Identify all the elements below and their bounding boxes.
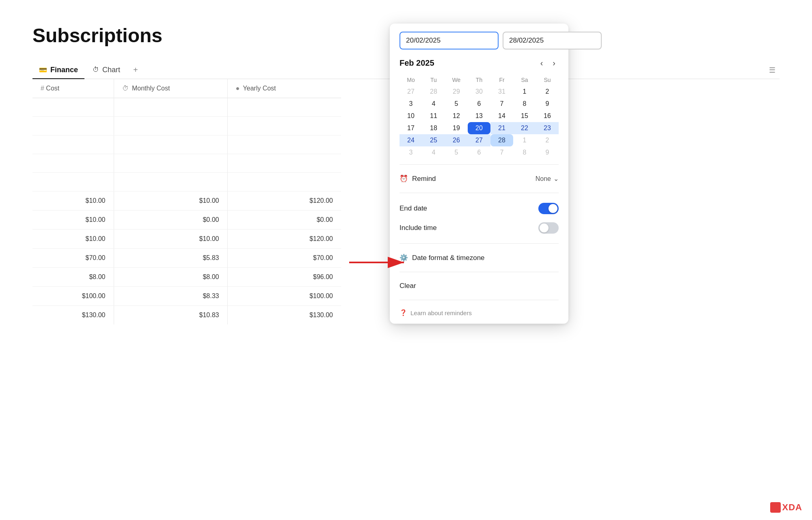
cell-monthly-7[interactable]: $10.00 — [114, 230, 227, 249]
cell-monthly-11[interactable]: $10.83 — [114, 306, 227, 325]
cell-yearly-9[interactable]: $96.00 — [227, 268, 341, 287]
cell-monthly-3[interactable] — [114, 154, 227, 173]
cell-cost-0[interactable] — [32, 98, 114, 117]
cal-day-4-3[interactable]: 27 — [468, 134, 490, 146]
prev-month-button[interactable]: ‹ — [537, 57, 546, 69]
cal-day-1-0[interactable]: 3 — [400, 98, 422, 110]
cal-day-1-5[interactable]: 8 — [513, 98, 536, 110]
cell-yearly-0[interactable] — [227, 98, 341, 117]
add-tab-button[interactable]: + — [128, 61, 143, 79]
cell-cost-8[interactable]: $70.00 — [32, 249, 114, 268]
cal-day-0-3[interactable]: 30 — [468, 86, 490, 98]
cal-day-5-5[interactable]: 8 — [513, 146, 536, 159]
cell-cost-2[interactable] — [32, 135, 114, 154]
learn-reminders-link[interactable]: ❓ Learn about reminders — [400, 306, 559, 317]
filter-icon[interactable]: ☰ — [765, 62, 780, 79]
cal-day-1-6[interactable]: 9 — [536, 98, 559, 110]
date-format-label: Date format & timezone — [412, 254, 485, 262]
cal-day-3-3[interactable]: 20 — [468, 122, 490, 134]
cell-cost-3[interactable] — [32, 154, 114, 173]
cal-day-2-6[interactable]: 16 — [536, 110, 559, 122]
cal-day-2-4[interactable]: 14 — [490, 110, 513, 122]
cal-day-0-2[interactable]: 29 — [445, 86, 468, 98]
cal-day-3-1[interactable]: 18 — [422, 122, 445, 134]
cal-day-2-3[interactable]: 13 — [468, 110, 490, 122]
cell-monthly-10[interactable]: $8.33 — [114, 287, 227, 306]
clear-button[interactable]: Clear — [400, 278, 559, 294]
include-time-toggle[interactable] — [538, 222, 559, 234]
alarm-icon: ⏰ — [400, 174, 408, 183]
cal-day-3-6[interactable]: 23 — [536, 122, 559, 134]
cell-cost-11[interactable]: $130.00 — [32, 306, 114, 325]
cell-yearly-4[interactable] — [227, 173, 341, 191]
cal-day-5-1[interactable]: 4 — [422, 146, 445, 159]
cal-day-2-2[interactable]: 12 — [445, 110, 468, 122]
cell-yearly-11[interactable]: $130.00 — [227, 306, 341, 325]
cal-day-3-0[interactable]: 17 — [400, 122, 422, 134]
cell-cost-10[interactable]: $100.00 — [32, 287, 114, 306]
cal-day-4-2[interactable]: 26 — [445, 134, 468, 146]
cell-cost-6[interactable]: $10.00 — [32, 211, 114, 230]
cal-day-5-0[interactable]: 3 — [400, 146, 422, 159]
cell-yearly-1[interactable] — [227, 117, 341, 135]
cell-monthly-0[interactable] — [114, 98, 227, 117]
cal-day-1-4[interactable]: 7 — [490, 98, 513, 110]
cal-day-0-1[interactable]: 28 — [422, 86, 445, 98]
tab-finance[interactable]: 💳 Finance — [32, 62, 84, 79]
cell-yearly-7[interactable]: $120.00 — [227, 230, 341, 249]
cal-day-5-2[interactable]: 5 — [445, 146, 468, 159]
cell-yearly-10[interactable]: $100.00 — [227, 287, 341, 306]
cal-day-2-1[interactable]: 11 — [422, 110, 445, 122]
chevron-down-icon: ⌄ — [553, 175, 559, 183]
cell-yearly-6[interactable]: $0.00 — [227, 211, 341, 230]
cal-day-5-4[interactable]: 7 — [490, 146, 513, 159]
question-icon: ❓ — [400, 309, 407, 316]
cal-day-3-4[interactable]: 21 — [490, 122, 513, 134]
cal-day-5-6[interactable]: 9 — [536, 146, 559, 159]
cell-monthly-2[interactable] — [114, 135, 227, 154]
cell-cost-7[interactable]: $10.00 — [32, 230, 114, 249]
cell-monthly-4[interactable] — [114, 173, 227, 191]
cal-day-5-3[interactable]: 6 — [468, 146, 490, 159]
cal-day-4-5[interactable]: 1 — [513, 134, 536, 146]
tab-finance-label: Finance — [50, 66, 78, 74]
cal-day-2-5[interactable]: 15 — [513, 110, 536, 122]
cell-cost-1[interactable] — [32, 117, 114, 135]
cal-day-0-0[interactable]: 27 — [400, 86, 422, 98]
cell-monthly-6[interactable]: $0.00 — [114, 211, 227, 230]
end-date-row: End date — [400, 199, 559, 218]
cal-day-4-4[interactable]: 28 — [490, 134, 513, 146]
date-format-row[interactable]: ⚙️ Date format & timezone — [400, 249, 559, 266]
start-date-input[interactable] — [400, 32, 499, 49]
next-month-button[interactable]: › — [549, 57, 559, 69]
tab-chart[interactable]: ⏱ Chart — [86, 62, 127, 79]
cal-day-4-6[interactable]: 2 — [536, 134, 559, 146]
chart-icon: ⏱ — [93, 66, 99, 73]
cell-cost-4[interactable] — [32, 173, 114, 191]
cell-monthly-5[interactable]: $10.00 — [114, 191, 227, 211]
cell-yearly-5[interactable]: $120.00 — [227, 191, 341, 211]
cal-day-3-2[interactable]: 19 — [445, 122, 468, 134]
cell-monthly-1[interactable] — [114, 117, 227, 135]
cal-day-4-1[interactable]: 25 — [422, 134, 445, 146]
cal-day-0-6[interactable]: 2 — [536, 86, 559, 98]
include-time-label: Include time — [400, 224, 437, 232]
cell-monthly-9[interactable]: $8.00 — [114, 268, 227, 287]
remind-value[interactable]: None ⌄ — [536, 175, 559, 183]
end-date-input[interactable] — [503, 32, 602, 49]
cal-day-2-0[interactable]: 10 — [400, 110, 422, 122]
cell-yearly-2[interactable] — [227, 135, 341, 154]
cal-day-0-5[interactable]: 1 — [513, 86, 536, 98]
cal-day-1-1[interactable]: 4 — [422, 98, 445, 110]
cell-cost-9[interactable]: $8.00 — [32, 268, 114, 287]
end-date-toggle[interactable] — [538, 203, 559, 214]
cell-yearly-3[interactable] — [227, 154, 341, 173]
cell-cost-5[interactable]: $10.00 — [32, 191, 114, 211]
cell-yearly-8[interactable]: $70.00 — [227, 249, 341, 268]
cal-day-1-3[interactable]: 6 — [468, 98, 490, 110]
cell-monthly-8[interactable]: $5.83 — [114, 249, 227, 268]
cal-day-3-5[interactable]: 22 — [513, 122, 536, 134]
cal-day-1-2[interactable]: 5 — [445, 98, 468, 110]
cal-day-4-0[interactable]: 24 — [400, 134, 422, 146]
cal-day-0-4[interactable]: 31 — [490, 86, 513, 98]
